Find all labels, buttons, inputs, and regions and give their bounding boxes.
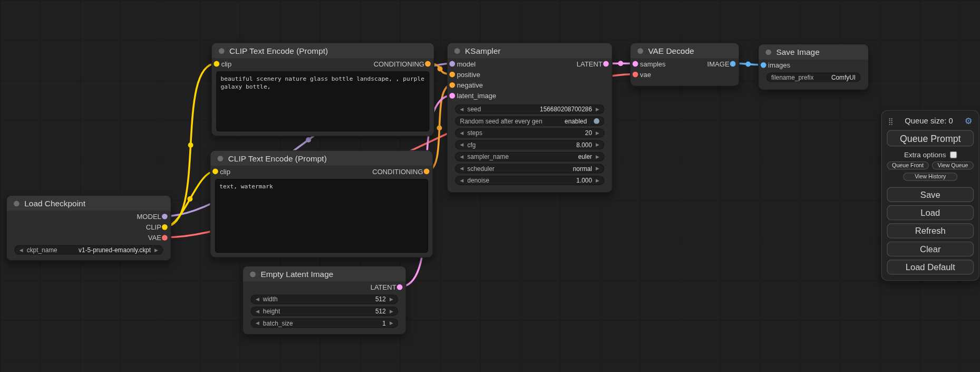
denoise-widget[interactable]: ◀ denoise 1.000 ▶	[455, 176, 604, 185]
width-widget[interactable]: ◀ width 512 ▶	[250, 294, 398, 304]
arrow-left-icon[interactable]: ◀	[460, 155, 464, 159]
model-input-port[interactable]	[449, 61, 455, 66]
latent-image-input-port[interactable]	[449, 92, 455, 98]
latent-output-port[interactable]	[603, 61, 609, 66]
vae-input-port[interactable]	[633, 71, 638, 77]
clip-input-port[interactable]	[214, 61, 219, 66]
arrow-left-icon[interactable]: ◀	[460, 142, 464, 147]
collapse-dot-icon[interactable]	[637, 48, 643, 54]
cfg-widget[interactable]: ◀ cfg 8.000 ▶	[455, 140, 604, 150]
clear-button[interactable]: Clear	[887, 242, 974, 256]
queue-front-button[interactable]: Queue Front	[887, 161, 928, 169]
collapse-dot-icon[interactable]	[219, 48, 225, 54]
load-button[interactable]: Load	[887, 205, 974, 220]
node-vae-decode[interactable]: VAE Decode samples IMAGE vae	[630, 43, 739, 87]
widget-label: denoise	[468, 177, 490, 184]
arrow-right-icon[interactable]: ▶	[596, 178, 599, 183]
arrow-left-icon[interactable]: ◀	[460, 178, 464, 183]
node-clip-text-encode-positive[interactable]: CLIP Text Encode (Prompt) clip CONDITION…	[211, 43, 434, 137]
collapse-dot-icon[interactable]	[454, 48, 460, 54]
positive-prompt-textarea[interactable]: beautiful scenery nature glass bottle la…	[216, 71, 429, 131]
steps-widget[interactable]: ◀ steps 20 ▶	[455, 128, 604, 138]
load-default-button[interactable]: Load Default	[887, 260, 974, 274]
widget-value[interactable]: 8.000	[576, 141, 592, 148]
arrow-right-icon[interactable]: ▶	[390, 297, 393, 302]
node-title-bar: Load Checkpoint	[7, 196, 171, 211]
settings-gear-icon[interactable]: ⚙	[965, 116, 973, 126]
image-output-port[interactable]	[730, 61, 736, 66]
height-widget[interactable]: ◀ height 512 ▶	[250, 307, 398, 316]
latent-output-port[interactable]	[397, 284, 403, 290]
node-clip-text-encode-negative[interactable]: CLIP Text Encode (Prompt) clip CONDITION…	[210, 150, 433, 258]
widget-value[interactable]: 20	[585, 129, 592, 136]
arrow-right-icon[interactable]: ▶	[390, 309, 393, 313]
widget-value[interactable]: 512	[375, 296, 386, 303]
arrow-right-icon[interactable]: ▶	[596, 155, 599, 159]
node-ksampler[interactable]: KSampler model LATENT positive negative …	[447, 43, 613, 193]
output-row: VAE	[7, 232, 171, 243]
collapse-dot-icon[interactable]	[250, 271, 256, 277]
input-label: images	[768, 61, 790, 69]
arrow-left-icon[interactable]: ◀	[256, 321, 259, 326]
widget-value[interactable]: euler	[578, 153, 592, 160]
widget-value[interactable]: ComfyUI	[831, 74, 856, 81]
clip-output-port[interactable]	[162, 224, 168, 230]
view-history-button[interactable]: View History	[904, 173, 957, 180]
widget-value[interactable]: 156680208700286	[540, 106, 592, 112]
widget-value[interactable]: 512	[375, 308, 386, 314]
conditioning-output-port[interactable]	[425, 61, 431, 66]
random-seed-toggle-widget[interactable]: Random seed after every gen enabled	[455, 117, 604, 126]
positive-input-port[interactable]	[449, 71, 455, 77]
seed-widget[interactable]: ◀ seed 156680208700286 ▶	[455, 104, 604, 114]
negative-input-port[interactable]	[449, 82, 455, 88]
batch-size-widget[interactable]: ◀ batch_size 1 ▶	[250, 318, 398, 328]
node-title-bar: KSampler	[448, 43, 612, 58]
collapse-dot-icon[interactable]	[14, 201, 20, 206]
arrow-right-icon[interactable]: ▶	[596, 142, 599, 147]
conditioning-output-port[interactable]	[424, 168, 430, 174]
refresh-button[interactable]: Refresh	[887, 223, 974, 238]
scheduler-widget[interactable]: ◀ scheduler normal ▶	[455, 164, 604, 174]
ckpt-name-widget[interactable]: ◀ ckpt_name v1-5-pruned-emaonly.ckpt ▶	[14, 245, 163, 255]
widget-value[interactable]: 1.000	[576, 177, 592, 184]
save-button[interactable]: Save	[887, 187, 974, 202]
filename-prefix-widget[interactable]: filename_prefix ComfyUI	[766, 73, 861, 82]
arrow-left-icon[interactable]: ◀	[20, 247, 23, 252]
output-row: LATENT	[243, 282, 405, 292]
arrow-left-icon[interactable]: ◀	[256, 297, 259, 302]
arrow-right-icon[interactable]: ▶	[596, 166, 599, 171]
node-title-bar: CLIP Text Encode (Prompt)	[211, 151, 433, 166]
arrow-right-icon[interactable]: ▶	[596, 107, 599, 111]
vae-output-port[interactable]	[162, 235, 168, 241]
widget-value[interactable]: v1-5-pruned-emaonly.ckpt	[79, 246, 151, 253]
queue-prompt-button[interactable]: Queue Prompt	[887, 130, 974, 147]
node-save-image[interactable]: Save Image images filename_prefix ComfyU…	[758, 44, 869, 90]
images-input-port[interactable]	[761, 62, 766, 68]
widget-value[interactable]: normal	[573, 165, 592, 172]
arrow-left-icon[interactable]: ◀	[256, 309, 259, 313]
queue-panel: ⣿ Queue size: 0 ⚙ Queue Prompt Extra opt…	[881, 110, 979, 281]
arrow-left-icon[interactable]: ◀	[460, 166, 464, 171]
arrow-right-icon[interactable]: ▶	[596, 130, 599, 135]
collapse-dot-icon[interactable]	[218, 156, 224, 161]
arrow-right-icon[interactable]: ▶	[390, 321, 393, 326]
output-row: CLIP	[7, 222, 171, 232]
samples-input-port[interactable]	[633, 61, 638, 66]
arrow-right-icon[interactable]: ▶	[154, 247, 158, 252]
extra-options-checkbox[interactable]	[950, 151, 957, 158]
collapse-dot-icon[interactable]	[765, 49, 771, 55]
widget-value[interactable]: enabled	[565, 118, 587, 125]
clip-input-port[interactable]	[212, 168, 218, 174]
node-load-checkpoint[interactable]: Load Checkpoint MODEL CLIP VAE ◀ ckpt_na…	[6, 195, 171, 261]
node-canvas[interactable]: Load Checkpoint MODEL CLIP VAE ◀ ckpt_na…	[0, 0, 980, 372]
view-queue-button[interactable]: View Queue	[932, 161, 974, 169]
drag-handle-icon[interactable]: ⣿	[888, 117, 894, 125]
arrow-left-icon[interactable]: ◀	[460, 130, 464, 135]
arrow-left-icon[interactable]: ◀	[460, 107, 464, 111]
node-empty-latent-image[interactable]: Empty Latent Image LATENT ◀ width 512 ▶ …	[242, 266, 406, 335]
widget-value[interactable]: 1	[382, 320, 386, 327]
sampler-name-widget[interactable]: ◀ sampler_name euler ▶	[455, 152, 604, 161]
negative-prompt-textarea[interactable]: text, watermark	[215, 179, 428, 253]
model-output-port[interactable]	[162, 213, 168, 219]
toggle-dot-icon[interactable]	[594, 118, 599, 124]
